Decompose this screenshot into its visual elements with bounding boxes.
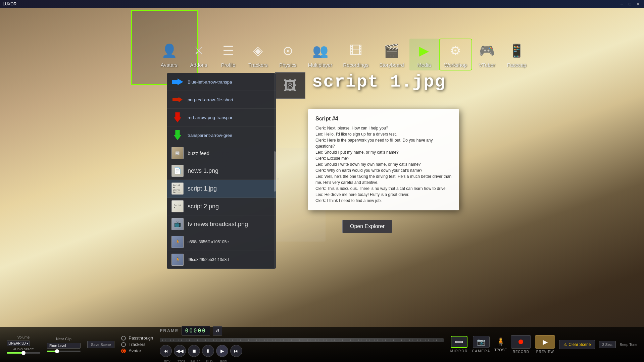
reverse-button[interactable]: ◀◀ [174,345,186,357]
right-controls-section: ⟺ MIRROR 📷 CAMERA 🧍 TPOSE RECORD ▶ PREVI… [450,335,637,354]
nav-item-trackers[interactable]: ◈ Trackers [243,39,273,70]
near-clip-slider[interactable] [47,351,81,352]
vtuber-icon: 🎮 [478,41,496,60]
trackers-icon: ◈ [249,41,267,60]
rewind-button[interactable]: ⏮ [160,345,172,357]
nav-item-multiplayer[interactable]: 👥 Multiplayer [303,39,338,70]
media-icon: ▶ [415,41,434,60]
nav-item-recordings[interactable]: 🎞 Recordings [338,39,374,70]
pause-button[interactable]: ⏸ [202,345,214,357]
frame-display-row: FRAME 00000 ↺ [160,326,443,335]
nav-item-profile[interactable]: ☰ Profile [213,39,243,70]
recordings-icon: 🎞 [346,41,365,60]
file-name-buzz-feed: buzz feed [188,150,209,156]
frame-value: 00000 [182,326,210,335]
passthrough-toggle[interactable]: Passthrough [121,335,153,341]
file-name-blue-arrow: Blue-left-arrow-transpa [188,80,232,85]
frame-reset-button[interactable]: ↺ [213,326,222,335]
file-item-red-arrow-transpar[interactable]: red-arrow-png-transpar [167,109,276,126]
maximize-button[interactable]: □ [627,1,633,7]
record-button[interactable]: RECORD [511,335,531,354]
preview-button[interactable]: ▶ PREVIEW [535,335,555,354]
avatars-label: Avatars [161,62,178,68]
nav-item-workshop[interactable]: ⚙ Workshop [439,39,472,70]
near-clip-control-group: Near Clip Floor Level [47,337,81,352]
file-item-script-1[interactable]: Script#4Clerk: Next... script 1.jpg [167,180,276,198]
timeline-scrubber[interactable] [160,338,443,342]
tpose-button[interactable]: 🧍 TPOSE [494,337,507,352]
avatar-radio[interactable] [121,349,126,353]
close-button[interactable]: ✕ [635,1,641,7]
save-scene-button[interactable]: Save Scene [87,341,114,348]
script-1-thumb: Script#4Clerk: Next... [171,183,184,195]
nav-item-facecap[interactable]: 📱 Facecap [502,39,532,70]
file-name-hash-1: c898a3656f1a105105e [188,240,229,244]
sec-dropdown[interactable]: 3 Sec. [599,341,615,348]
transport-section: FRAME 00000 ↺ ⏮ ◀◀ ⏹ ⏸ ▶ ⏭ REV STOP PAUS… [160,326,443,362]
nav-item-addons[interactable]: ⚔ Addons [184,39,213,70]
multiplayer-icon: 👥 [311,41,330,60]
beep-tone-label[interactable]: Beep Tone [620,343,637,347]
fwd-label: FWD [217,360,230,362]
near-clip-dropdown[interactable]: Floor Level [47,343,81,349]
script-title: script 1.jpg [312,72,446,92]
file-item-news-1[interactable]: 📄 news 1.png [167,162,276,180]
file-item-blue-arrow[interactable]: Blue-left-arrow-transpa [167,73,276,91]
file-item-script-2[interactable]: Script#... script 2.png [167,198,276,215]
file-panel-scrollbar[interactable] [274,73,276,269]
avatars-icon: 👤 [160,41,179,60]
preview-label: PREVIEW [536,350,554,354]
physics-icon: ⊙ [279,41,297,60]
volume-control-group: Volume LINEAR 3D ▾ AUDIO SPACE [7,335,40,354]
volume-handle[interactable] [21,351,26,355]
fast-forward-button[interactable]: ⏭ [230,345,242,357]
trackers-toggle[interactable]: Trackers [121,342,153,347]
workshop-icon: ⚙ [446,41,465,60]
script-2-thumb: Script#... [171,200,184,212]
frame-label: FRAME [160,328,179,333]
camera-button[interactable]: 📷 CAMERA [472,336,490,353]
record-label: RECORD [513,350,529,354]
file-item-hash-2[interactable]: 🧍 f9fcd82952eb34f13d8d [167,251,276,269]
volume-dropdown[interactable]: LINEAR 3D ▾ [7,341,30,346]
file-item-tv-news[interactable]: 📺 tv news broadcast.png [167,215,276,233]
script-card-body: Clerk: Next, please. How can I help you?… [315,125,452,204]
nav-item-physics[interactable]: ⊙ Physics [273,39,303,70]
play-label: PLAY [203,360,215,362]
nav-item-storyboard[interactable]: 🎬 Storyboard [374,39,409,70]
volume-slider[interactable] [7,352,40,354]
clear-scene-button[interactable]: ⚠ Clear Scene [559,340,595,349]
file-name-hash-2: f9fcd82952eb34f13d8d [188,257,229,262]
file-list-panel: Blue-left-arrow-transpa png-red-arrow-fi… [167,73,276,269]
volume-fill [7,352,23,354]
file-item-green-arrow[interactable]: transparent-arrow-gree [167,126,276,144]
mirror-icon: ⟺ [451,336,467,348]
mirror-button[interactable]: ⟺ MIRROR [450,336,468,353]
tv-news-thumb: 📺 [171,218,184,230]
scrollbar-thumb [274,151,276,192]
trackers-radio[interactable] [121,342,126,347]
open-explorer-button[interactable]: Open Explorer [342,220,392,233]
file-item-buzz-feed[interactable]: 📰 buzz feed [167,144,276,162]
nav-item-avatars[interactable]: 👤 Avatars [154,39,184,70]
file-item-hash-1[interactable]: 🧍 c898a3656f1a105105e [167,233,276,251]
minimize-button[interactable]: ─ [618,1,625,7]
play-button[interactable]: ▶ [216,345,228,357]
audio-space-label: AUDIO SPACE [7,348,40,351]
near-clip-handle[interactable] [55,349,59,353]
avatar-toggle[interactable]: Avatar [121,348,153,353]
file-name-red-arrow-short: png-red-arrow-file-short [188,97,233,102]
hash-2-thumb: 🧍 [171,254,184,266]
script-content-card: Script #4 Clerk: Next, please. How can I… [308,109,459,210]
passthrough-radio[interactable] [121,336,126,341]
file-item-red-arrow-short[interactable]: png-red-arrow-file-short [167,91,276,109]
physics-label: Physics [279,62,297,68]
nav-item-vtuber[interactable]: 🎮 VTuber [472,39,502,70]
blue-arrow-icon [171,76,184,88]
record-dot [518,340,523,344]
nav-item-media[interactable]: ▶ Media [409,39,439,70]
playback-labels: REV STOP PAUSE PLAY FWD [161,360,443,362]
stop-button[interactable]: ⏹ [188,345,200,357]
title-bar: LUXOR ─ □ ✕ [0,0,644,8]
red-arrow-short-icon [171,94,184,106]
